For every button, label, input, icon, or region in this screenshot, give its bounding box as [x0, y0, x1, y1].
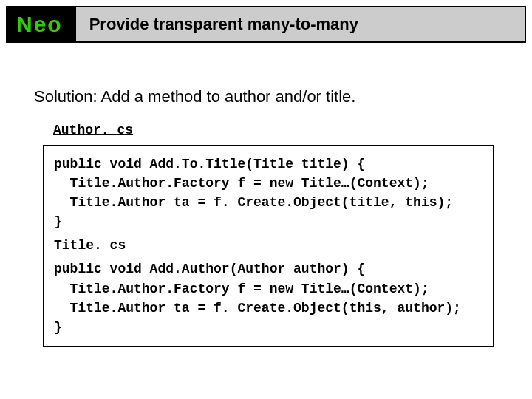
file-label-author: Author. cs	[53, 123, 502, 137]
code-line: Title.Author ta = f. Create.Object(title…	[54, 195, 453, 210]
code-line: Title.Author ta = f. Create.Object(this,…	[54, 301, 461, 316]
file-label-title: Title. cs	[54, 236, 482, 255]
solution-text: Solution: Add a method to author and/or …	[34, 87, 502, 106]
code-line: public void Add.To.Title(Title title) {	[54, 157, 365, 171]
slide-title-box: Provide transparent many-to-many	[76, 7, 525, 41]
code-line: Title.Author.Factory f = new Title…(Cont…	[54, 282, 429, 296]
code-box: public void Add.To.Title(Title title) { …	[43, 145, 494, 347]
logo-box: Neo	[7, 7, 76, 41]
slide-header: Neo Provide transparent many-to-many	[6, 6, 526, 43]
code-line: Title.Author.Factory f = new Title…(Cont…	[54, 176, 429, 191]
code-line: }	[54, 214, 62, 229]
slide-content: Solution: Add a method to author and/or …	[0, 43, 532, 347]
logo-text: Neo	[16, 12, 63, 36]
slide-title: Provide transparent many-to-many	[89, 15, 358, 34]
code-line: public void Add.Author(Author author) {	[54, 262, 365, 276]
code-line: }	[54, 320, 62, 335]
